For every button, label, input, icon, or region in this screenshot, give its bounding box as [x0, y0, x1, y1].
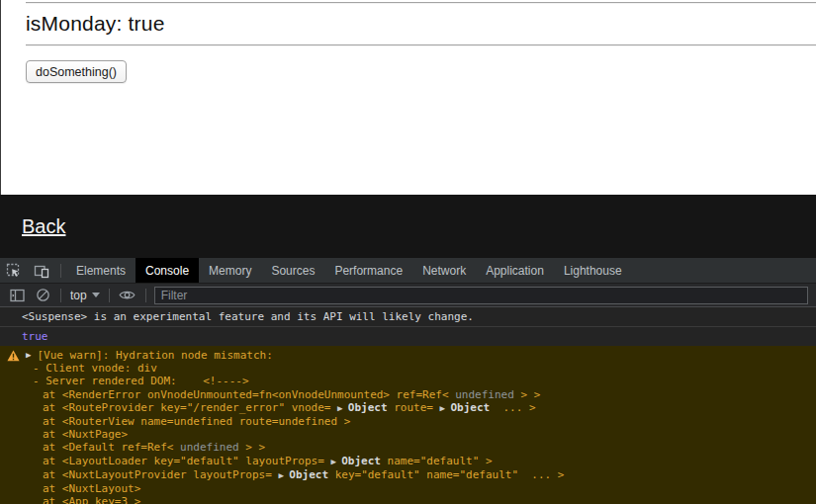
console-warning-line: at <App key=3 > — [0, 495, 816, 504]
devtools-tabs: ElementsConsoleMemorySourcesPerformanceN… — [66, 258, 632, 283]
console-result-true: true — [0, 327, 816, 346]
tab-elements[interactable]: Elements — [66, 258, 136, 283]
inspect-element-icon[interactable] — [0, 258, 28, 283]
console-warning-line: at <RenderError onVnodeUnmounted=fn<onVn… — [0, 388, 816, 401]
tab-lighthouse[interactable]: Lighthouse — [554, 258, 632, 283]
console-warning-line: at <RouteProvider key="/render_error" vn… — [0, 401, 816, 415]
console-warning-group: ▶[Vue warn]: Hydration node mismatch:- C… — [0, 346, 816, 504]
divider — [145, 289, 146, 302]
tab-memory[interactable]: Memory — [199, 258, 261, 283]
console-warning-line: at <LayoutLoader key="default" layoutPro… — [0, 455, 816, 468]
horizontal-rule — [26, 2, 816, 3]
console-warning-header: ▶[Vue warn]: Hydration node mismatch: — [0, 349, 816, 362]
back-link[interactable]: Back — [22, 215, 65, 238]
console-message-suspense: <Suspense> is an experimental feature an… — [0, 307, 816, 327]
console-warning-line: at <NuxtLayout> — [0, 482, 816, 495]
console-warning-line: at <RouterView name=undefined route=unde… — [0, 415, 816, 428]
divider — [60, 264, 61, 278]
console-warning-line: - Client vnode: div — [0, 362, 816, 375]
console-warning-line: at <NuxtLayoutProvider layoutProps= ▶ Ob… — [0, 468, 816, 482]
expand-arrow-icon[interactable]: ▶ — [26, 349, 31, 362]
devtools-tab-bar: ElementsConsoleMemorySourcesPerformanceN… — [0, 258, 816, 284]
divider — [109, 289, 110, 302]
clear-console-icon[interactable] — [30, 284, 55, 307]
tab-performance[interactable]: Performance — [324, 258, 412, 283]
console-warning-line: - Server rendered DOM: <!----> — [0, 375, 816, 387]
expand-object-icon[interactable]: ▶ — [337, 403, 348, 413]
tab-network[interactable]: Network — [412, 258, 476, 283]
expand-object-icon[interactable]: ▶ — [440, 403, 451, 413]
console-output: <Suspense> is an experimental feature an… — [0, 307, 816, 504]
filter-input[interactable] — [154, 287, 808, 304]
tab-application[interactable]: Application — [476, 258, 554, 283]
context-selector[interactable]: top — [70, 289, 87, 302]
horizontal-rule — [26, 44, 816, 45]
device-toolbar-icon[interactable] — [28, 258, 55, 283]
divider — [60, 289, 61, 302]
do-something-button[interactable]: doSomething() — [26, 60, 127, 83]
expand-object-icon[interactable]: ▶ — [330, 457, 341, 466]
console-sidebar-icon[interactable] — [4, 284, 30, 307]
page-title: isMonday: true — [26, 12, 165, 36]
rendered-page: isMonday: true doSomething() — [0, 0, 816, 195]
console-warning-line: at <NuxtPage> — [0, 428, 816, 441]
warning-triangle-icon — [7, 350, 20, 362]
console-warning-line: at <Default ref=Ref< undefined > > — [0, 441, 816, 454]
tab-sources[interactable]: Sources — [261, 258, 324, 283]
chevron-down-icon[interactable] — [92, 293, 100, 297]
tab-console[interactable]: Console — [136, 258, 199, 283]
live-expression-eye-icon[interactable] — [115, 284, 140, 307]
page-footer: Back — [0, 195, 816, 258]
console-toolbar: top — [0, 284, 816, 307]
expand-object-icon[interactable]: ▶ — [278, 470, 289, 480]
